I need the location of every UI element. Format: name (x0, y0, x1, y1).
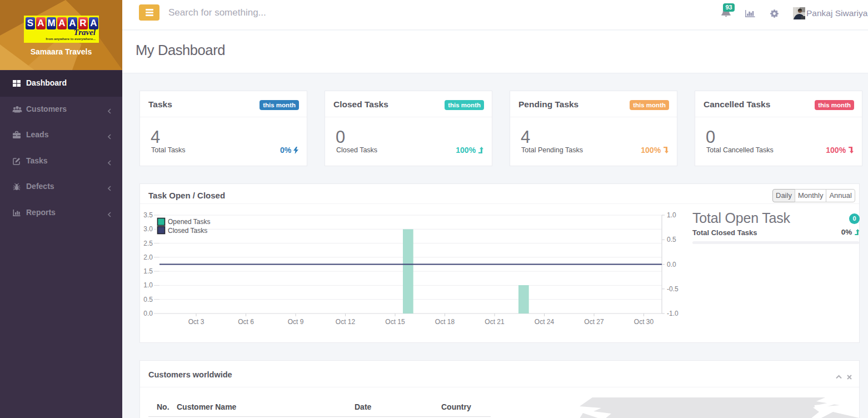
svg-text:-1.0: -1.0 (667, 310, 679, 317)
svg-text:3.5: 3.5 (143, 211, 153, 219)
svg-text:-0.5: -0.5 (667, 285, 679, 293)
svg-text:Opened Tasks: Opened Tasks (168, 218, 211, 226)
svg-text:Oct 12: Oct 12 (336, 318, 356, 326)
svg-text:Oct 18: Oct 18 (435, 318, 455, 326)
svg-text:1.5: 1.5 (143, 267, 153, 275)
svg-text:1.0: 1.0 (143, 281, 153, 289)
svg-text:2.0: 2.0 (143, 253, 153, 261)
svg-text:0.0: 0.0 (143, 310, 153, 317)
svg-text:Oct 30: Oct 30 (634, 318, 654, 326)
svg-text:0.5: 0.5 (143, 296, 153, 303)
svg-text:Closed Tasks: Closed Tasks (168, 227, 207, 235)
svg-text:0.5: 0.5 (667, 236, 676, 243)
svg-text:Oct 3: Oct 3 (188, 318, 204, 326)
svg-text:Oct 27: Oct 27 (584, 318, 604, 326)
svg-text:3.0: 3.0 (143, 225, 153, 233)
svg-text:Oct 9: Oct 9 (288, 318, 304, 326)
svg-text:2.5: 2.5 (143, 240, 153, 247)
svg-text:1.0: 1.0 (667, 211, 676, 219)
svg-text:Oct 24: Oct 24 (535, 318, 555, 326)
svg-text:Oct 15: Oct 15 (385, 318, 405, 326)
svg-text:Oct 6: Oct 6 (238, 318, 254, 326)
svg-text:0.0: 0.0 (667, 261, 676, 268)
svg-text:Oct 21: Oct 21 (485, 318, 505, 326)
